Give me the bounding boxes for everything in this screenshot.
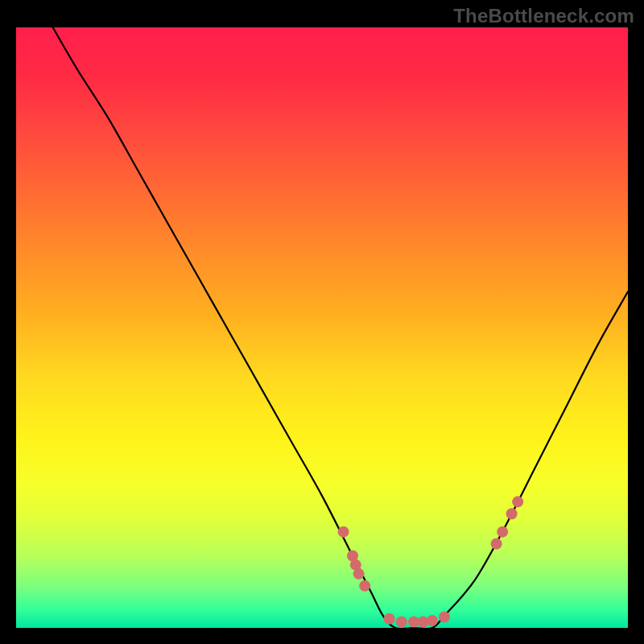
marker-point: [396, 617, 407, 628]
watermark-text: TheBottleneck.com: [453, 5, 634, 27]
bottleneck-curve-path: [53, 27, 628, 628]
marker-point: [384, 613, 395, 625]
marker-point: [353, 568, 365, 580]
chart-container: TheBottleneck.com: [0, 0, 644, 644]
marker-point: [512, 496, 523, 507]
marker-point: [506, 508, 518, 519]
marker-point: [439, 612, 450, 623]
marker-point: [338, 526, 349, 538]
marker-point: [491, 539, 502, 550]
highlight-markers: [338, 496, 524, 627]
curve-svg: [16, 27, 628, 628]
marker-point: [497, 526, 508, 538]
marker-point: [427, 615, 438, 626]
marker-point: [359, 580, 370, 592]
plot-area: [16, 27, 628, 628]
